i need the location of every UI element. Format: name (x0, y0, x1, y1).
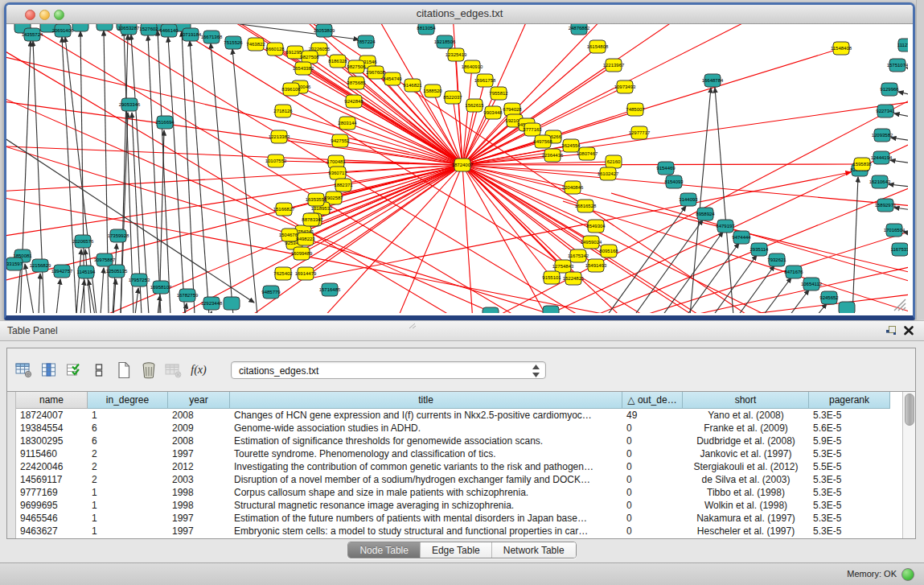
cell-title[interactable]: Investigating the contribution of common… (230, 460, 622, 473)
graph-node[interactable]: 24876882 (569, 24, 590, 35)
graph-node[interactable]: 2718126 (273, 105, 293, 117)
network-canvas[interactable]: 1435572420691406106532871527602646614010… (6, 24, 913, 315)
cell-year[interactable]: 2003 (168, 473, 230, 486)
table-row[interactable]: 1872400712008Changes of HCN gene express… (16, 409, 902, 422)
graph-node[interactable]: 20691406 (52, 24, 74, 37)
graph-node[interactable]: 2803144 (338, 117, 357, 130)
cell-short[interactable]: Franke et al. (2009) (683, 422, 809, 435)
cell-outde[interactable]: 0 (622, 473, 683, 486)
cell-pagerank[interactable]: 5.3E-5 (809, 473, 890, 486)
select-columns-icon[interactable] (39, 360, 60, 381)
cell-outde[interactable]: 49 (622, 409, 683, 422)
graph-node[interactable]: 8660128 (265, 43, 285, 56)
cell-name[interactable]: 19384554 (16, 422, 88, 435)
table-row[interactable]: 1830029562008Estimation of significance … (16, 435, 902, 447)
graph-node[interactable]: 10653287 (118, 24, 140, 35)
graph-node[interactable]: 9245652 (819, 291, 839, 304)
graph-node[interactable]: 9360717 (328, 167, 347, 179)
cell-short[interactable]: de Silva et al. (2003) (683, 473, 809, 486)
cell-indegree[interactable]: 2 (88, 473, 168, 486)
close-panel-icon[interactable] (903, 324, 914, 336)
table-row[interactable]: 946554611997Estimation of the future num… (16, 512, 902, 525)
graph-node[interactable]: 8813054 (417, 24, 436, 35)
cell-name[interactable]: 9463627 (16, 525, 88, 538)
graph-node[interactable] (224, 297, 240, 310)
tab-node-table[interactable]: Node Table (348, 542, 421, 558)
graph-node[interactable]: 16543382 (293, 62, 314, 75)
cell-year[interactable]: 2009 (168, 422, 230, 435)
cell-year[interactable]: 1997 (168, 525, 230, 538)
cell-indegree[interactable]: 6 (88, 435, 168, 447)
graph-node[interactable]: 15751074 (887, 59, 908, 72)
graph-node[interactable]: 12213967 (603, 59, 625, 72)
graph-node[interactable]: 7485007 (626, 103, 645, 116)
table-vertical-scrollbar[interactable] (902, 392, 915, 538)
graph-node[interactable]: 8958924 (696, 208, 715, 220)
graph-node[interactable]: 10973493 (614, 80, 636, 93)
graph-node[interactable]: 1145194 (77, 266, 97, 278)
cell-outde[interactable]: 0 (622, 435, 683, 447)
scrollbar-thumb[interactable] (905, 393, 914, 426)
cell-pagerank[interactable]: 5.3E-5 (809, 512, 890, 525)
graph-node[interactable]: 8454749 (383, 72, 402, 85)
network-table-select[interactable]: citations_edges.txt (231, 361, 546, 379)
graph-node[interactable]: 9227341 (876, 105, 895, 117)
graph-node[interactable]: 16210643 (869, 175, 891, 188)
graph-node[interactable]: 7515526 (224, 36, 243, 49)
column-header-outde[interactable]: △ out_de… (622, 392, 683, 409)
graph-node[interactable]: 14355724 (22, 28, 43, 41)
column-header-title[interactable]: title (230, 392, 622, 409)
graph-node[interactable]: 9427552 (331, 134, 350, 147)
graph-node[interactable]: 7625402 (273, 267, 293, 280)
graph-node[interactable]: 16961758 (474, 74, 496, 87)
graph-node[interactable]: 3875685 (347, 76, 366, 89)
graph-node[interactable]: 8522037 (443, 91, 462, 104)
graph-node[interactable]: 12444194 (871, 151, 893, 164)
graph-node[interactable]: 16648784 (702, 74, 724, 87)
cell-title[interactable]: Corpus callosum shape and size in male p… (230, 486, 622, 499)
graph-node[interactable]: 22040846 (562, 181, 584, 194)
graph-node[interactable]: 9485779 (261, 286, 281, 299)
float-panel-icon[interactable] (885, 325, 897, 336)
graph-node[interactable]: 2516694 (155, 116, 175, 129)
graph-node[interactable]: 16053809 (314, 24, 335, 37)
table-row[interactable]: 969969511998Structural magnetic resonanc… (16, 499, 902, 512)
graph-node[interactable]: 12505135 (106, 265, 128, 278)
cell-year[interactable]: 2012 (168, 460, 230, 473)
cell-year[interactable]: 2008 (168, 435, 230, 447)
cell-outde[interactable]: 0 (622, 512, 683, 525)
graph-node[interactable]: 7857224 (356, 35, 376, 48)
cell-year[interactable]: 1997 (168, 512, 230, 525)
graph-node[interactable]: 14959024 (581, 236, 602, 249)
graph-node[interactable]: 8154093 (664, 175, 684, 188)
cell-indegree[interactable]: 1 (88, 499, 168, 512)
graph-node[interactable]: 12923448 (201, 297, 223, 310)
graph-node[interactable] (839, 302, 855, 313)
cell-short[interactable]: Wolkin et al. (1998) (683, 499, 809, 512)
graph-node[interactable]: 1167533 (891, 243, 908, 256)
cell-pagerank[interactable]: 5.3E-5 (809, 486, 890, 499)
graph-node[interactable]: 10807467 (577, 147, 598, 160)
cell-indegree[interactable]: 6 (88, 422, 168, 435)
table-row[interactable]: 1456911722003Disruption of a novel membe… (16, 473, 902, 486)
graph-node[interactable]: 17016504 (884, 224, 906, 237)
graph-node[interactable]: 8549304 (586, 220, 606, 233)
graph-node[interactable]: 16102427 (598, 167, 619, 180)
cell-short[interactable]: Hescheler et al. (1997) (683, 525, 809, 538)
cell-title[interactable]: Estimation of the future numbers of pati… (230, 512, 622, 525)
cell-title[interactable]: Changes of HCN gene expression and I(f) … (230, 409, 622, 422)
graph-node[interactable] (543, 306, 559, 313)
graph-node[interactable]: 8186328 (328, 55, 347, 68)
citation-network-graph[interactable]: 1435572420691406106532871527602646614010… (6, 24, 908, 313)
tab-edge-table[interactable]: Edge Table (421, 542, 492, 558)
cell-title[interactable]: Embryonic stem cells: a model to study s… (230, 525, 622, 538)
cell-name[interactable]: 22420046 (16, 460, 88, 473)
graph-node[interactable]: 10654112 (801, 278, 823, 290)
graph-node[interactable]: 16154808 (587, 40, 609, 53)
cell-name[interactable]: 18724007 (16, 409, 88, 422)
table-row[interactable]: 911546021997Tourette syndrome. Phenomeno… (16, 447, 902, 460)
cell-outde[interactable]: 0 (622, 422, 683, 435)
cell-pagerank[interactable]: 5.3E-5 (809, 409, 890, 422)
graph-node[interactable]: 8396106 (281, 83, 301, 96)
cell-indegree[interactable]: 2 (88, 460, 168, 473)
